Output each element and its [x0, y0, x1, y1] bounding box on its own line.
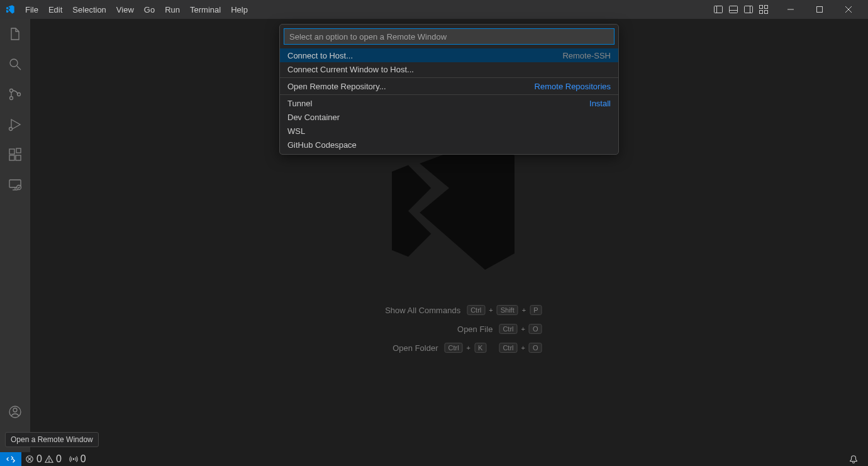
quickpick-item[interactable]: Connect to Host...Remote-SSH — [280, 48, 618, 62]
shortcut-row: Open FolderCtrl+KCtrl+O — [357, 343, 542, 353]
remote-indicator-button[interactable] — [0, 452, 21, 466]
layout-controls — [711, 2, 771, 17]
shortcut-keys: Ctrl+KCtrl+O — [445, 343, 542, 353]
key: Ctrl — [467, 305, 485, 315]
svg-point-17 — [10, 97, 13, 100]
port-count: 0 — [81, 453, 86, 465]
svg-rect-0 — [715, 6, 723, 13]
svg-point-35 — [48, 461, 49, 462]
quickpick-panel: Connect to Host...Remote-SSHConnect Curr… — [279, 24, 619, 155]
main-menu: FileEditSelectionViewGoRunTerminalHelp — [20, 3, 253, 17]
key: O — [529, 343, 542, 353]
svg-point-14 — [10, 59, 18, 67]
activity-bar — [0, 19, 30, 452]
menu-run[interactable]: Run — [160, 3, 185, 17]
quickpick-separator — [280, 94, 618, 95]
svg-rect-8 — [760, 11, 763, 14]
explorer-icon[interactable] — [0, 19, 30, 49]
run-debug-icon[interactable] — [0, 109, 30, 140]
key: Shift — [497, 305, 518, 315]
svg-point-36 — [73, 458, 74, 460]
quickpick-item[interactable]: Open Remote Repository...Remote Reposito… — [280, 79, 618, 93]
extensions-icon[interactable] — [0, 140, 30, 170]
quickpick-item[interactable]: Dev Container — [280, 110, 618, 124]
vscode-logo-icon — [5, 4, 15, 14]
toggle-primary-sidebar-icon[interactable] — [711, 2, 726, 17]
quickpick-item-label: Tunnel — [287, 99, 312, 108]
accounts-icon[interactable] — [0, 397, 30, 427]
remote-tooltip: Open a Remote Window — [5, 432, 99, 447]
menu-edit[interactable]: Edit — [43, 3, 67, 17]
svg-rect-7 — [765, 6, 768, 9]
notifications-bell-icon[interactable] — [845, 452, 862, 466]
window-minimize-button[interactable] — [776, 0, 805, 19]
quickpick-list: Connect to Host...Remote-SSHConnect Curr… — [280, 48, 618, 154]
remote-explorer-icon[interactable] — [0, 170, 30, 200]
editor-area: Show All CommandsCtrl+Shift+POpen FileCt… — [30, 19, 868, 452]
shortcut-row: Show All CommandsCtrl+Shift+P — [357, 305, 542, 315]
quickpick-item[interactable]: Connect Current Window to Host... — [280, 62, 618, 76]
menu-selection[interactable]: Selection — [67, 3, 111, 17]
quickpick-item-label: GitHub Codespace — [287, 140, 357, 150]
shortcut-keys: Ctrl+O — [499, 324, 542, 334]
shortcut-label: Show All Commands — [379, 306, 460, 315]
svg-rect-4 — [745, 6, 753, 13]
key: P — [530, 305, 542, 315]
shortcut-keys: Ctrl+Shift+P — [467, 305, 542, 315]
quickpick-item-label: Connect to Host... — [287, 51, 353, 60]
svg-rect-6 — [760, 6, 763, 9]
search-icon[interactable] — [0, 49, 30, 79]
svg-rect-23 — [16, 148, 21, 153]
svg-line-15 — [17, 66, 21, 70]
svg-rect-20 — [9, 149, 14, 154]
quickpick-item-label: WSL — [287, 126, 305, 136]
key: Ctrl — [499, 343, 517, 353]
ports-status[interactable]: 0 — [65, 452, 90, 466]
svg-point-19 — [9, 128, 13, 131]
customize-layout-icon[interactable] — [756, 2, 771, 17]
quickpick-item[interactable]: GitHub Codespace — [280, 138, 618, 152]
window-close-button[interactable] — [834, 0, 863, 19]
svg-rect-11 — [817, 7, 823, 13]
menu-view[interactable]: View — [111, 3, 139, 17]
menu-terminal[interactable]: Terminal — [185, 3, 226, 17]
svg-rect-22 — [16, 155, 21, 160]
svg-rect-9 — [765, 11, 768, 14]
svg-rect-21 — [9, 155, 14, 160]
key: K — [474, 343, 486, 353]
quickpick-item-hint: Remote Repositories — [535, 82, 611, 91]
menu-help[interactable]: Help — [226, 3, 253, 17]
shortcut-row: Open FileCtrl+O — [357, 324, 542, 334]
warning-count: 0 — [56, 453, 62, 465]
svg-point-16 — [10, 89, 13, 92]
toggle-secondary-sidebar-icon[interactable] — [741, 2, 756, 17]
statusbar: 0 0 0 — [0, 452, 868, 466]
quickpick-item-label: Connect Current Window to Host... — [287, 65, 414, 74]
svg-rect-2 — [730, 6, 738, 13]
quickpick-separator — [280, 77, 618, 78]
quickpick-item-label: Dev Container — [287, 113, 340, 122]
titlebar: FileEditSelectionViewGoRunTerminalHelp — [0, 0, 868, 19]
problems-status[interactable]: 0 0 — [21, 452, 65, 466]
quickpick-item-label: Open Remote Repository... — [287, 82, 386, 91]
toggle-panel-icon[interactable] — [726, 2, 741, 17]
menu-go[interactable]: Go — [139, 3, 160, 17]
welcome-shortcuts: Show All CommandsCtrl+Shift+POpen FileCt… — [357, 305, 542, 353]
shortcut-label: Open Folder — [357, 343, 438, 353]
source-control-icon[interactable] — [0, 79, 30, 109]
quickpick-item-hint: Install — [589, 99, 611, 108]
quickpick-item[interactable]: TunnelInstall — [280, 96, 618, 110]
svg-point-29 — [13, 408, 17, 412]
menu-file[interactable]: File — [20, 3, 43, 17]
quickpick-item[interactable]: WSL — [280, 124, 618, 138]
quickpick-input[interactable] — [284, 28, 615, 45]
shortcut-label: Open File — [411, 325, 492, 334]
quickpick-item-hint: Remote-SSH — [562, 51, 611, 60]
window-maximize-button[interactable] — [805, 0, 834, 19]
key: O — [529, 324, 542, 334]
key: Ctrl — [445, 343, 463, 353]
key: Ctrl — [499, 324, 517, 334]
error-count: 0 — [36, 453, 42, 465]
